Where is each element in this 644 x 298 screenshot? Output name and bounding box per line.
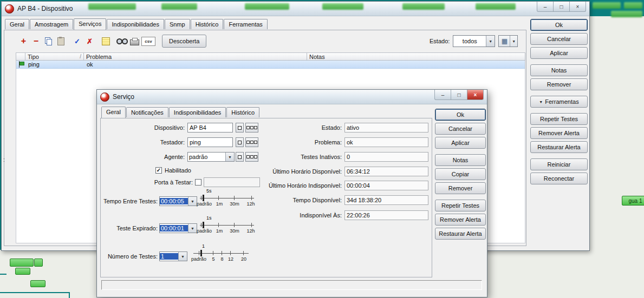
- testador-field[interactable]: ping: [187, 137, 233, 147]
- chevron-down-icon[interactable]: ▼: [178, 252, 187, 261]
- tab-amostragem[interactable]: Amostragem: [30, 19, 73, 29]
- tab-notificacoes[interactable]: Notificações: [126, 107, 168, 117]
- print-icon[interactable]: [129, 36, 140, 47]
- minimize-button[interactable]: –: [434, 90, 451, 100]
- habilitado-checkbox[interactable]: [155, 167, 162, 174]
- numero-de-testes-slider[interactable]: 1 padrão 5 8 12 20: [193, 243, 249, 264]
- ok-button[interactable]: Ok: [530, 19, 588, 31]
- ack-icon[interactable]: ✓: [71, 36, 83, 47]
- header-tipo[interactable]: Tipo /: [25, 52, 84, 61]
- close-button[interactable]: ×: [569, 2, 586, 12]
- apply-button[interactable]: Aplicar: [530, 47, 588, 59]
- remove-icon[interactable]: −: [30, 36, 42, 47]
- header-icon-column[interactable]: [16, 52, 25, 61]
- redacted-map-label: [402, 3, 445, 10]
- reconnect-button[interactable]: Reconectar: [530, 173, 588, 184]
- cancel-button[interactable]: Cancelar: [530, 33, 588, 45]
- map-node-box[interactable]: [30, 280, 45, 287]
- chevron-down-icon[interactable]: ▼: [510, 36, 517, 47]
- discover-button[interactable]: Descoberta: [162, 35, 206, 48]
- slider-thumb[interactable]: [203, 195, 204, 201]
- window-controls: – □ ×: [537, 2, 586, 12]
- redacted-map-label: [593, 2, 621, 9]
- restart-button[interactable]: Reiniciar: [530, 158, 588, 170]
- copy-button[interactable]: Copiar: [435, 168, 486, 180]
- tempo-entre-testes-slider[interactable]: 5s padrão 1m 30m 12h: [200, 188, 254, 209]
- remove-alert-button[interactable]: Remover Alerta: [530, 127, 588, 139]
- cancel-button[interactable]: Cancelar: [435, 123, 486, 135]
- tab-historico[interactable]: Histórico: [226, 107, 259, 117]
- tab-servicos[interactable]: Serviços: [74, 18, 106, 30]
- paste-icon[interactable]: [55, 36, 67, 47]
- maximize-button[interactable]: □: [553, 2, 570, 12]
- remove-alert-button[interactable]: Remover Alerta: [435, 214, 486, 226]
- ok-button[interactable]: Ok: [435, 109, 486, 121]
- chevron-down-icon[interactable]: ▼: [188, 197, 197, 206]
- minimize-button[interactable]: –: [537, 2, 554, 12]
- close-button[interactable]: ×: [467, 90, 484, 100]
- slider-track[interactable]: [200, 225, 254, 226]
- find-icon[interactable]: [116, 36, 128, 47]
- tab-geral[interactable]: Geral: [101, 107, 126, 118]
- map-node-label[interactable]: gua 1: [622, 196, 644, 206]
- restore-alert-button[interactable]: Restaurar Alerta: [435, 228, 486, 240]
- redacted-map-label: [624, 2, 642, 9]
- header-notas[interactable]: Notas: [307, 52, 525, 61]
- testes-inativos-label: Testes Inativos:: [249, 152, 342, 162]
- add-icon[interactable]: +: [18, 36, 29, 47]
- repeat-tests-button[interactable]: Repetir Testes: [435, 200, 486, 211]
- map-node-box[interactable]: [34, 259, 43, 267]
- estado-value: todos: [453, 38, 486, 44]
- tools-menu-button[interactable]: ▼ Ferramentas: [530, 96, 588, 108]
- grid-icon[interactable]: ▦: [499, 36, 510, 47]
- tab-snmp[interactable]: Snmp: [165, 19, 190, 29]
- csv-export-icon[interactable]: csv: [141, 37, 155, 46]
- sort-indicator-icon: /: [77, 54, 81, 59]
- restore-alert-button[interactable]: Restaurar Alerta: [530, 141, 588, 153]
- agente-goto-button[interactable]: [236, 152, 244, 162]
- maximize-button[interactable]: □: [451, 90, 467, 100]
- map-link-line: [0, 292, 69, 293]
- toolbar-separator: [68, 36, 71, 47]
- table-row[interactable]: ping ok: [16, 61, 525, 69]
- app-icon: [100, 92, 109, 102]
- dispositivo-goto-button[interactable]: [236, 123, 244, 133]
- repeat-tests-button[interactable]: Repetir Testes: [530, 113, 588, 125]
- columns-split-button[interactable]: ▦ ▼: [498, 35, 518, 47]
- testador-goto-button[interactable]: [236, 137, 244, 147]
- teste-expirado-combobox[interactable]: 00:00:01 ▼: [159, 223, 197, 233]
- remove-button[interactable]: Remover: [435, 182, 486, 194]
- unack-icon[interactable]: ✗: [84, 36, 95, 47]
- tab-ferramentas[interactable]: Ferramentas: [224, 19, 267, 29]
- agente-combobox[interactable]: padrão ▼: [187, 152, 235, 162]
- notes-button[interactable]: Notas: [435, 154, 486, 166]
- chevron-down-icon[interactable]: ▼: [225, 153, 234, 161]
- teste-expirado-slider[interactable]: 1s padrão 1m 30m 12h: [200, 215, 254, 236]
- remove-button[interactable]: Remover: [530, 78, 588, 90]
- porta-checkbox[interactable]: [195, 179, 201, 186]
- apply-button[interactable]: Aplicar: [435, 137, 486, 149]
- tempo-entre-testes-combobox[interactable]: 00:00:05 ▼: [159, 196, 197, 206]
- slider-track[interactable]: [200, 198, 254, 198]
- estado-combobox[interactable]: todos ▼: [453, 35, 495, 47]
- numero-de-testes-combobox[interactable]: 1 ▼: [159, 251, 187, 261]
- notes-button[interactable]: Notas: [530, 64, 588, 76]
- copy-icon[interactable]: [43, 36, 54, 47]
- tab-indisponibilidades[interactable]: Indisponibilidades: [107, 19, 164, 29]
- note-icon[interactable]: [100, 36, 112, 47]
- map-node-box[interactable]: [10, 259, 34, 267]
- dialog-window-controls: – □ ×: [435, 90, 484, 100]
- tab-historico[interactable]: Histórico: [191, 19, 224, 29]
- dispositivo-field[interactable]: AP B4: [187, 123, 233, 133]
- slider-thumb[interactable]: [203, 222, 204, 228]
- tempo-disponivel-label: Tempo Disponível:: [249, 195, 342, 205]
- tab-indisponibilidades[interactable]: Indisponibilidades: [169, 107, 226, 117]
- chevron-down-icon[interactable]: ▼: [486, 36, 495, 47]
- tab-geral[interactable]: Geral: [5, 19, 29, 29]
- dialog-titlebar[interactable]: Serviço: [97, 90, 487, 104]
- slider-thumb[interactable]: [200, 250, 202, 256]
- estado-label: Estado:: [430, 36, 450, 46]
- map-node-box[interactable]: [15, 268, 30, 275]
- header-problema[interactable]: Problema: [84, 52, 307, 61]
- chevron-down-icon[interactable]: ▼: [188, 224, 197, 233]
